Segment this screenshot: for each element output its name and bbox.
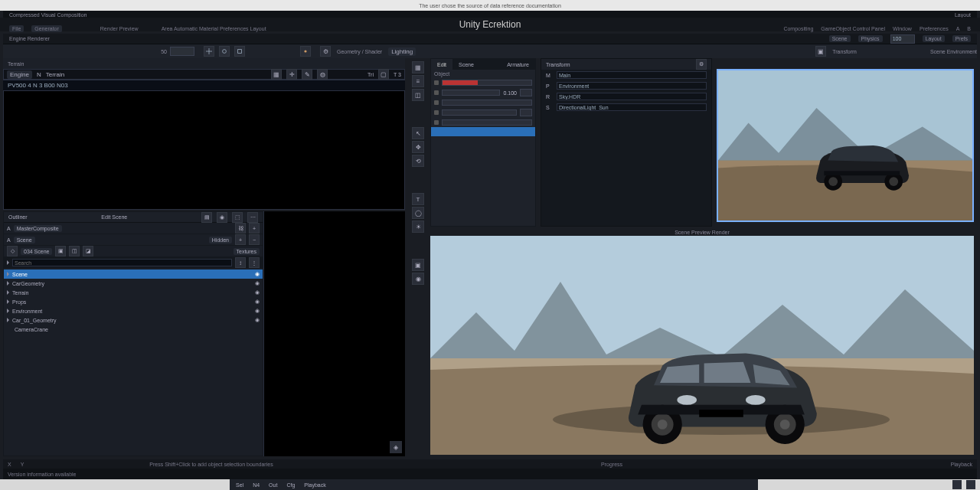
hidden-chip[interactable]: Hidden <box>209 237 232 243</box>
opt-scene[interactable]: Scene <box>829 35 851 42</box>
hidden2[interactable]: Textures <box>234 248 260 255</box>
menu-file[interactable]: File <box>9 25 24 32</box>
vis-icon[interactable]: ◉ <box>255 308 260 314</box>
vt-eye2-icon[interactable]: ◉ <box>412 273 424 285</box>
vis-icon[interactable]: ◉ <box>255 280 260 286</box>
menu-render[interactable]: Render Preview <box>100 26 139 31</box>
engine-chip[interactable]: Engine <box>7 70 32 79</box>
field-scale[interactable] <box>431 98 535 107</box>
insp-sun[interactable]: S <box>541 102 711 113</box>
os-tray-2[interactable] <box>966 480 975 489</box>
main-viewport[interactable] <box>3 90 405 210</box>
scale-icon[interactable] <box>234 46 245 57</box>
move-icon[interactable] <box>204 46 214 57</box>
tab-lighting[interactable]: Lighting <box>388 47 416 56</box>
rotate-icon[interactable] <box>219 46 230 57</box>
eye-icon[interactable]: ◉ <box>217 212 227 223</box>
tree-item-car01[interactable]: Car_01_Geometry◉ <box>4 315 263 325</box>
vis-icon[interactable]: ◉ <box>255 299 260 305</box>
more-icon[interactable]: ⋯ <box>247 212 258 223</box>
secondary-viewport[interactable]: ◈ <box>263 211 405 456</box>
n-icon[interactable]: N <box>37 71 41 78</box>
field-extra[interactable] <box>431 118 535 127</box>
cam-icon[interactable]: ▣ <box>815 46 826 57</box>
vt-cam2-icon[interactable]: ▣ <box>412 259 424 271</box>
tb-cfg[interactable]: Cfg <box>286 482 295 488</box>
main-render-viewport[interactable] <box>430 236 974 455</box>
grid-icon[interactable]: ▦ <box>271 69 282 80</box>
tb-n4[interactable]: N4 <box>253 482 260 488</box>
insp-gear-icon[interactable]: ⚙ <box>696 59 707 70</box>
cube-widget-icon[interactable]: ◈ <box>390 441 402 453</box>
insp-env[interactable]: P <box>541 80 711 91</box>
paint-icon[interactable]: ◍ <box>317 69 328 80</box>
terrain-chip[interactable]: Terrain <box>46 71 64 78</box>
t2-icon[interactable]: ◫ <box>69 246 80 256</box>
frame-box[interactable] <box>170 47 194 56</box>
vt-rotate-icon[interactable]: ⟲ <box>412 155 424 167</box>
search-input[interactable] <box>12 259 232 266</box>
field-selected[interactable] <box>431 127 535 136</box>
vis-icon[interactable]: ◉ <box>255 317 260 323</box>
opts-icon[interactable]: ⋮ <box>249 257 260 268</box>
scene034[interactable]: 034 Scene <box>21 248 52 255</box>
engine-dropdown[interactable]: Engine Renderer <box>9 36 50 41</box>
vis-icon[interactable]: ◉ <box>255 271 260 277</box>
menu-gameobject[interactable]: GameObject Control Panel <box>821 26 885 31</box>
tree-item-props[interactable]: Props◉ <box>4 297 263 306</box>
expand-icon[interactable] <box>7 260 9 265</box>
tb-play[interactable]: Playback <box>304 482 325 488</box>
pivot-icon[interactable] <box>300 46 311 57</box>
link-icon[interactable]: ⛓ <box>235 223 246 234</box>
opt-physics[interactable]: Physics <box>858 35 883 42</box>
master-comp[interactable]: MasterComposite <box>14 225 62 232</box>
tab-scene[interactable]: Scene <box>452 59 480 70</box>
vt-light-icon[interactable]: ☀ <box>412 220 424 233</box>
vt-grid-icon[interactable]: ▦ <box>412 61 424 74</box>
a-icon[interactable]: A <box>7 226 11 231</box>
insp-sky[interactable]: R <box>541 91 711 102</box>
vt-text-icon[interactable]: T <box>412 193 424 205</box>
scene-chip[interactable]: Scene <box>14 237 35 243</box>
plus2-icon[interactable]: + <box>235 234 246 245</box>
opt-layout[interactable]: Layout <box>923 35 945 42</box>
tree-item-scene[interactable]: Scene◉ <box>4 270 263 279</box>
filter-icon[interactable]: ▤ <box>201 212 212 223</box>
gear-icon[interactable]: ⚙ <box>320 46 331 57</box>
vt-move-icon[interactable]: ✥ <box>412 141 424 153</box>
a2-icon[interactable]: A <box>7 237 11 243</box>
opt-prefs[interactable]: Prefs <box>952 35 971 42</box>
tree-item-camera[interactable]: CameraCrane <box>4 325 263 334</box>
field-rotation[interactable]: 0.100 <box>431 87 535 98</box>
menu-area[interactable]: Area Automatic Material Preferences Layo… <box>162 26 266 31</box>
menu-generator[interactable]: Generator <box>31 25 62 32</box>
render-thumbnail[interactable] <box>717 69 974 222</box>
tb-sel[interactable]: Sel <box>236 482 243 488</box>
tab-armature[interactable]: Armature <box>501 59 535 70</box>
tab-edit[interactable]: Edit <box>431 59 452 70</box>
tb-out[interactable]: Out <box>269 482 277 488</box>
t1-icon[interactable]: ▣ <box>55 246 66 256</box>
t3-icon[interactable]: ◪ <box>83 246 93 256</box>
minus-icon[interactable]: − <box>249 234 260 245</box>
plus-icon[interactable]: + <box>249 223 260 234</box>
os-tray-1[interactable] <box>952 480 962 489</box>
sort-icon[interactable]: ↕ <box>235 257 246 268</box>
menu-window[interactable]: Window <box>893 26 912 31</box>
field-location[interactable] <box>431 78 535 87</box>
mode-icon[interactable]: ▢ <box>378 69 389 80</box>
vt-select-icon[interactable]: ↖ <box>412 127 424 139</box>
vt-shape-icon[interactable]: ◯ <box>412 207 424 219</box>
vis-icon[interactable]: ◉ <box>255 289 260 296</box>
opt-frame[interactable]: 100 <box>890 34 915 44</box>
field-dim[interactable] <box>431 107 535 118</box>
vt-layers-icon[interactable]: ≡ <box>412 75 424 87</box>
cube-icon[interactable]: ◇ <box>7 246 18 256</box>
insp-main[interactable]: M <box>541 70 711 80</box>
tree-item-cargeo[interactable]: CarGeometry◉ <box>4 279 263 288</box>
menu-b-icon[interactable]: B <box>967 26 971 31</box>
menu-prefs[interactable]: Preferences <box>920 26 949 31</box>
brush-icon[interactable]: ✎ <box>302 69 312 80</box>
tree-item-terrain[interactable]: Terrain◉ <box>4 288 263 297</box>
lock-icon[interactable]: ⬚ <box>232 212 243 223</box>
